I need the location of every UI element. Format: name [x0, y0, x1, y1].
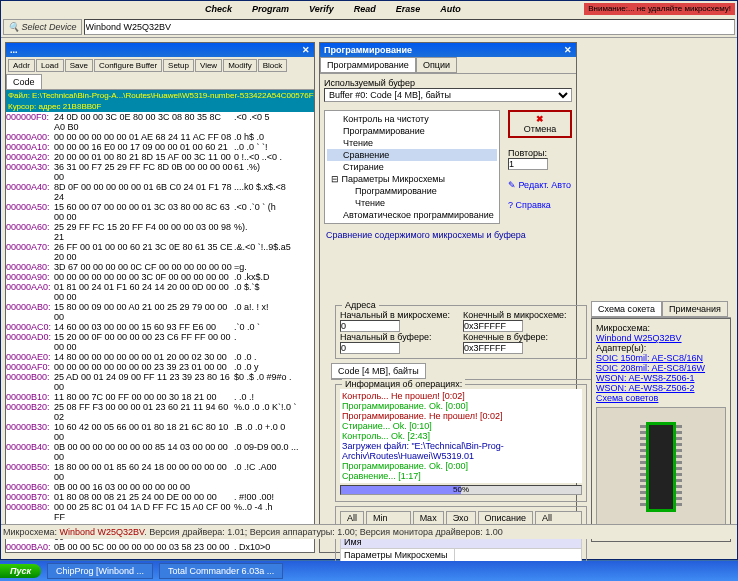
tree-item[interactable]: Программирование	[327, 185, 497, 197]
start-button[interactable]: Пуск	[0, 564, 41, 578]
info-line: Контроль... Не прошел! [0:02]	[342, 391, 580, 401]
tab-socket-schema[interactable]: Схема сокета	[591, 301, 662, 317]
adapter-label: Адаптер(ы):	[596, 343, 646, 353]
hex-tool-modify[interactable]: Modify	[223, 59, 257, 72]
info-legend: Информация об операциях:	[342, 379, 465, 389]
tab-options[interactable]: Опции	[416, 57, 457, 73]
hex-tool-load[interactable]: Load	[36, 59, 64, 72]
hex-row[interactable]: 00000A40:8D 0F 00 00 00 00 00 01 6B C0 2…	[6, 182, 314, 202]
tree-item[interactable]: Программирование	[327, 125, 497, 137]
tree-item[interactable]: Сравнение	[327, 149, 497, 161]
menu-verify[interactable]: Verify	[305, 3, 338, 15]
hex-titlebar: ...✕	[6, 43, 314, 57]
operations-tree[interactable]: Контроль на чистотуПрограммированиеЧтени…	[324, 110, 500, 224]
info-line: Программирование. Ok. [0:00]	[342, 401, 580, 411]
hex-row[interactable]: 00000A30:36 31 00 F7 25 29 FF FC 8D 0B 0…	[6, 162, 314, 182]
hex-row[interactable]: 00000A00:00 00 00 00 00 00 01 AE 68 24 1…	[6, 132, 314, 142]
compare-caption: Сравнение содержимого микросхемы и буфер…	[320, 228, 576, 242]
warning-banner: Внимание:... не удаляйте микросхему!	[584, 3, 735, 15]
buffer-select[interactable]: Buffer #0: Code [4 MB], байты	[324, 88, 572, 102]
hex-tool-addr[interactable]: Addr	[8, 59, 35, 72]
hex-tab-code[interactable]: Code	[6, 74, 42, 89]
cancel-button[interactable]: ✖ Отмена	[508, 110, 572, 138]
menu-auto[interactable]: Auto	[436, 3, 465, 15]
tree-item[interactable]: Чтение	[327, 137, 497, 149]
hex-row[interactable]: 00000A70:26 FF 00 01 00 00 60 21 3C 0E 8…	[6, 242, 314, 262]
tree-item[interactable]: Стирание	[327, 161, 497, 173]
schema-link[interactable]: Схема советов	[596, 393, 726, 403]
hex-tool-setup[interactable]: Setup	[163, 59, 194, 72]
hex-row[interactable]: 00000B30:10 60 42 00 05 66 00 01 80 18 2…	[6, 422, 314, 442]
hex-row[interactable]: 00000B10:11 80 00 7C 00 FF 00 00 00 30 1…	[6, 392, 314, 402]
repeats-input[interactable]	[508, 158, 548, 170]
hex-row[interactable]: 00000B60:0B 00 00 16 03 00 00 00 00 00 0…	[6, 482, 314, 492]
device-input[interactable]	[84, 19, 735, 35]
hex-data-grid[interactable]: 000000F0:24 0D 00 00 3C 0E 80 00 3C 08 8…	[6, 112, 314, 552]
info-line: Программирование. Ok. [0:00]	[342, 461, 580, 471]
taskbar-task[interactable]: Total Commander 6.03a ...	[159, 563, 283, 579]
tree-item[interactable]: Автоматическое программирование	[327, 209, 497, 221]
adapter-link[interactable]: SOIC 208mil: AE-SC8/16W	[596, 363, 726, 373]
hex-editor-panel: ...✕ AddrLoadSaveConfigure BufferSetupVi…	[5, 42, 315, 553]
tree-item[interactable]: Контроль на чистоту	[327, 113, 497, 125]
end-buf-input[interactable]	[463, 342, 523, 354]
help-link[interactable]: ? Справка	[508, 200, 572, 210]
buffer-label: Используемый буфер	[324, 78, 572, 88]
hex-row[interactable]: 00000B40:0B 00 00 00 00 00 00 00 85 14 0…	[6, 442, 314, 462]
hex-row[interactable]: 00000A50:15 60 00 07 00 00 00 01 3C 03 8…	[6, 202, 314, 222]
hex-row[interactable]: 00000AF0:00 00 00 00 00 00 00 00 23 39 2…	[6, 362, 314, 372]
close-icon[interactable]: ✕	[564, 45, 572, 55]
hex-row[interactable]: 000000F0:24 0D 00 00 3C 0E 80 00 3C 08 8…	[6, 112, 314, 132]
menu-erase[interactable]: Erase	[392, 3, 425, 15]
code-buffer-tab[interactable]: Code [4 MB], байты	[331, 363, 426, 379]
end-chip-input[interactable]	[463, 320, 523, 332]
start-buf-label: Начальный в буфере:	[340, 332, 459, 342]
info-line: Загружен файл: "E:\Technical\Bin-Prog-Ar…	[342, 441, 580, 461]
hex-row[interactable]: 00000AE0:14 80 00 00 00 00 00 00 01 20 0…	[6, 352, 314, 362]
tree-item[interactable]: Чтение	[327, 197, 497, 209]
hex-row[interactable]: 00000BA0:0B 00 00 5C 00 00 00 00 00 03 5…	[6, 542, 314, 552]
hex-row[interactable]: 00000B80:00 00 25 8C 01 04 1A D FF FC 15…	[6, 502, 314, 522]
address-info-panel: Адреса Начальный в микросхеме: Начальный…	[331, 301, 591, 581]
hex-row[interactable]: 00000AD0:15 20 00 0F 00 00 00 00 23 C6 F…	[6, 332, 314, 352]
hex-row[interactable]: 00000A10:00 00 00 16 E0 00 17 09 00 00 0…	[6, 142, 314, 152]
hex-tool-save[interactable]: Save	[65, 59, 93, 72]
hex-row[interactable]: 00000A20:20 00 00 01 00 80 21 8D 15 AF 0…	[6, 152, 314, 162]
menu-read[interactable]: Read	[350, 3, 380, 15]
hex-tool-configure-buffer[interactable]: Configure Buffer	[94, 59, 162, 72]
address-group: Адреса Начальный в микросхеме: Начальный…	[335, 305, 587, 359]
hex-row[interactable]: 00000AC0:14 60 00 03 00 00 00 15 60 93 F…	[6, 322, 314, 332]
edit-auto-link[interactable]: ✎ Редакт. Авто	[508, 180, 572, 190]
menu-program[interactable]: Program	[248, 3, 293, 15]
tab-notes[interactable]: Примечания	[662, 301, 728, 317]
hex-row[interactable]: 00000B70:01 80 08 00 08 21 25 24 00 DE 0…	[6, 492, 314, 502]
close-icon[interactable]: ✕	[302, 45, 310, 55]
adapter-link[interactable]: SOIC 150mil: AE-SC8/16N	[596, 353, 726, 363]
menu-check[interactable]: Check	[201, 3, 236, 15]
tree-item[interactable]: ⊟ Параметры Микросхемы	[327, 173, 497, 185]
hex-row[interactable]: 00000A90:00 00 00 00 00 00 00 3C 0F 00 0…	[6, 272, 314, 282]
hex-row[interactable]: 00000AB0:15 80 00 09 00 00 A0 21 00 25 2…	[6, 302, 314, 322]
hex-row[interactable]: 00000AA0:01 81 00 24 01 F1 60 24 14 20 0…	[6, 282, 314, 302]
progress-bar: 50%	[340, 485, 582, 495]
hex-tool-block[interactable]: Block	[258, 59, 288, 72]
hex-row[interactable]: 00000A80:3D 67 00 00 00 00 0C CF 00 00 0…	[6, 262, 314, 272]
start-chip-input[interactable]	[340, 320, 400, 332]
taskbar-task[interactable]: ChipProg [Winbond ...	[47, 563, 153, 579]
hex-row[interactable]: 00000B20:25 08 FF F3 00 00 00 01 23 60 2…	[6, 402, 314, 422]
chip-link[interactable]: Winbond W25Q32BV	[596, 333, 726, 343]
operation-info-group: Информация об операциях: Контроль... Не …	[335, 384, 587, 502]
start-chip-label: Начальный в микросхеме:	[340, 310, 459, 320]
adapter-link[interactable]: WSON: AE-WS8-Z506-2	[596, 383, 726, 393]
start-buf-input[interactable]	[340, 342, 400, 354]
tab-programming[interactable]: Программирование	[320, 57, 416, 73]
repeats-label: Повторы:	[508, 148, 572, 158]
info-line: Сравнение... [1:17]	[342, 471, 580, 481]
adapter-link[interactable]: WSON: AE-WS8-Z506-1	[596, 373, 726, 383]
hex-row[interactable]: 00000B50:18 80 00 00 01 85 60 24 18 00 0…	[6, 462, 314, 482]
hex-tool-view[interactable]: View	[195, 59, 222, 72]
hex-row[interactable]: 00000A60:25 29 FF FC 15 20 FF F4 00 00 0…	[6, 222, 314, 242]
select-device-button[interactable]: 🔍 Select Device	[3, 19, 82, 35]
hex-row[interactable]: 00000B00:25 AD 00 01 24 09 00 FF 11 23 3…	[6, 372, 314, 392]
param-row[interactable]: Параметры Микросхемы	[341, 549, 582, 562]
